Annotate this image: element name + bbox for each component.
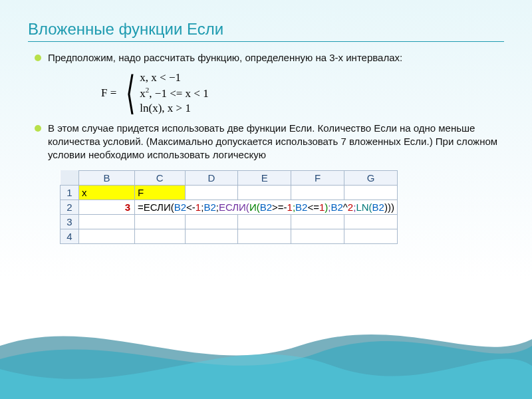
table-row: 1 x F bbox=[61, 185, 398, 200]
select-all-corner[interactable] bbox=[61, 170, 79, 185]
col-header-E[interactable]: E bbox=[238, 170, 291, 185]
bullet-1: Предположим, надо рассчитать функцию, оп… bbox=[35, 51, 504, 65]
cell-E4[interactable] bbox=[238, 229, 291, 243]
tok: 2 bbox=[348, 201, 353, 213]
tok: ^ bbox=[343, 201, 348, 213]
tok: LN( bbox=[356, 201, 372, 213]
cell-G3[interactable] bbox=[344, 214, 398, 229]
col-header-C[interactable]: C bbox=[135, 170, 186, 185]
cell-B2[interactable]: 3 bbox=[79, 200, 135, 214]
cell-B4[interactable] bbox=[79, 229, 135, 243]
content-area: Вложенные функции Если Предположим, надо… bbox=[0, 0, 532, 244]
cell-C2-formula[interactable]: =ЕСЛИ(B2<-1;B2;ЕСЛИ(И(B2>=-1;B2<=1);B2^2… bbox=[135, 200, 398, 214]
cell-F3[interactable] bbox=[291, 214, 344, 229]
bullet-icon bbox=[35, 125, 41, 132]
slide: Вложенные функции Если Предположим, надо… bbox=[0, 0, 532, 399]
formula-case-2-x: x bbox=[140, 87, 146, 100]
bullet-2: В этом случае придется использовать две … bbox=[35, 122, 504, 162]
tok: B2 bbox=[174, 201, 186, 213]
cell-D4[interactable] bbox=[185, 229, 238, 243]
bullet-icon bbox=[35, 55, 41, 61]
tok: B2 bbox=[203, 201, 215, 213]
tok: >=- bbox=[272, 201, 287, 213]
row-header-1[interactable]: 1 bbox=[61, 185, 79, 200]
cell-C4[interactable] bbox=[135, 229, 186, 243]
table-row: 4 bbox=[61, 229, 398, 243]
cell-E1[interactable] bbox=[238, 185, 291, 200]
row-header-2[interactable]: 2 bbox=[61, 200, 79, 214]
tok: 1 bbox=[287, 201, 293, 213]
cell-D1[interactable] bbox=[185, 185, 238, 200]
tok: ЕСЛИ( bbox=[219, 201, 249, 213]
cell-G4[interactable] bbox=[344, 229, 398, 243]
cell-D3[interactable] bbox=[185, 214, 238, 229]
formula-lhs: F = bbox=[101, 86, 116, 100]
bullet-2-text: В этом случае придется использовать две … bbox=[48, 122, 504, 162]
formula-case-1: x, x < −1 bbox=[140, 71, 208, 84]
cell-B1[interactable]: x bbox=[79, 185, 135, 200]
decorative-wave bbox=[0, 306, 532, 399]
table-row: 2 3 =ЕСЛИ(B2<-1;B2;ЕСЛИ(И(B2>=-1;B2<=1);… bbox=[61, 200, 398, 214]
col-header-B[interactable]: B bbox=[79, 170, 135, 185]
formula-case-2-cond: , −1 <= x < 1 bbox=[149, 87, 208, 100]
col-header-G[interactable]: G bbox=[344, 170, 398, 185]
tok: 1 bbox=[196, 201, 201, 213]
tok: И( bbox=[249, 201, 260, 213]
cell-C1[interactable]: F bbox=[135, 185, 186, 200]
cell-C3[interactable] bbox=[135, 214, 186, 229]
table-row: 3 bbox=[61, 214, 398, 229]
cell-B3[interactable] bbox=[79, 214, 135, 229]
piecewise-formula: F = ⟨ x, x < −1 x2, −1 <= x < 1 ln(x), x… bbox=[101, 71, 504, 115]
cell-F4[interactable] bbox=[291, 229, 344, 243]
tok: B2 bbox=[295, 201, 307, 213]
left-angle-bracket-icon: ⟨ bbox=[126, 73, 136, 113]
slide-title: Вложенные функции Если bbox=[28, 20, 504, 39]
title-underline bbox=[28, 41, 504, 42]
row-header-4[interactable]: 4 bbox=[61, 229, 79, 243]
formula-case-3: ln(x), x > 1 bbox=[140, 102, 208, 115]
tok: B2 bbox=[372, 201, 384, 213]
cell-F1[interactable] bbox=[291, 185, 344, 200]
tok: B2 bbox=[331, 201, 342, 213]
tok: <- bbox=[186, 201, 196, 213]
tok: <= bbox=[307, 201, 319, 213]
tok: ))) bbox=[384, 201, 394, 213]
cell-G1[interactable] bbox=[344, 185, 398, 200]
col-header-D[interactable]: D bbox=[185, 170, 238, 185]
spreadsheet: B C D E F G 1 x F 2 3 =ЕСЛИ(B2<-1;B2; bbox=[60, 170, 398, 244]
header-row: B C D E F G bbox=[61, 170, 398, 185]
bullet-1-text: Предположим, надо рассчитать функцию, оп… bbox=[48, 51, 402, 65]
cell-E3[interactable] bbox=[238, 214, 291, 229]
tok: = bbox=[138, 201, 144, 213]
formula-case-2: x2, −1 <= x < 1 bbox=[140, 86, 208, 100]
tok: B2 bbox=[260, 201, 272, 213]
col-header-F[interactable]: F bbox=[291, 170, 344, 185]
formula-cases: x, x < −1 x2, −1 <= x < 1 ln(x), x > 1 bbox=[140, 71, 208, 115]
tok: ЕСЛИ( bbox=[144, 201, 174, 213]
row-header-3[interactable]: 3 bbox=[61, 214, 79, 229]
